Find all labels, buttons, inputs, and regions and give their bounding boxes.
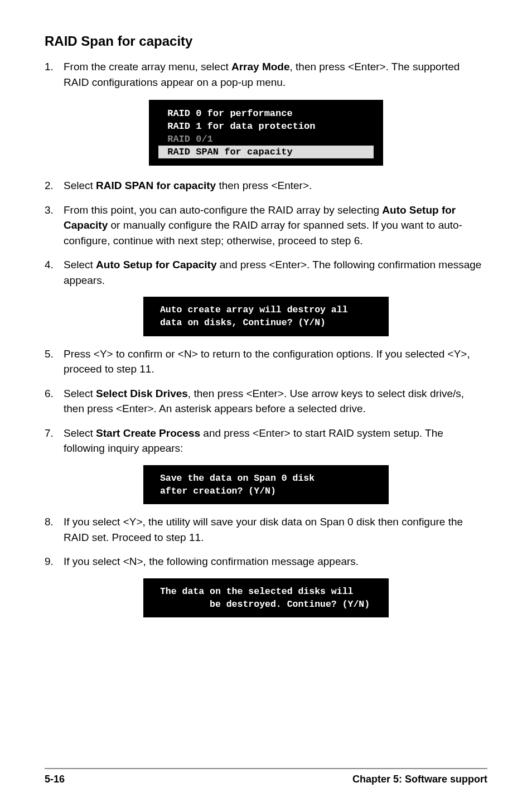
step-body: From the create array menu, select Array… bbox=[64, 59, 487, 90]
menu-line-selected: RAID SPAN for capacity bbox=[158, 146, 374, 158]
step-item: 9. If you select <N>, the following conf… bbox=[45, 554, 487, 569]
step-body: Press <Y> to confirm or <N> to return to… bbox=[64, 346, 487, 377]
step-item: 2. Select RAID SPAN for capacity then pr… bbox=[45, 178, 487, 194]
step-body: Select RAID SPAN for capacity then press… bbox=[64, 178, 487, 194]
step-number: 9. bbox=[45, 554, 64, 569]
step-body: Select Auto Setup for Capacity and press… bbox=[64, 257, 487, 288]
confirmation-box-destroy: The data on the selected disks will be d… bbox=[143, 578, 389, 617]
step-body: If you select <Y>, the utility will save… bbox=[64, 514, 487, 545]
step-number: 6. bbox=[45, 386, 64, 417]
step-number: 1. bbox=[45, 59, 64, 90]
menu-line: RAID 1 for data protection bbox=[158, 120, 374, 133]
step-item: 8. If you select <Y>, the utility will s… bbox=[45, 514, 487, 545]
step-body: Select Select Disk Drives, then press <E… bbox=[64, 386, 487, 417]
step-item: 1. From the create array menu, select Ar… bbox=[45, 59, 487, 90]
step-body: If you select <N>, the following confirm… bbox=[64, 554, 487, 569]
menu-line: RAID 0 for performance bbox=[158, 107, 374, 120]
steps-list: 8. If you select <Y>, the utility will s… bbox=[45, 514, 487, 569]
step-item: 4. Select Auto Setup for Capacity and pr… bbox=[45, 257, 487, 288]
step-item: 3. From this point, you can auto-configu… bbox=[45, 202, 487, 249]
confirmation-box-save-span: Save the data on Span 0 disk after creat… bbox=[143, 465, 389, 504]
confirmation-box-auto-create: Auto create array will destroy all data … bbox=[143, 297, 389, 336]
footer-divider bbox=[45, 768, 487, 769]
step-number: 2. bbox=[45, 178, 64, 194]
steps-list: 5. Press <Y> to confirm or <N> to return… bbox=[45, 346, 487, 456]
menu-line-dim: RAID 0/1 bbox=[158, 133, 374, 146]
chapter-title: Chapter 5: Software support bbox=[352, 774, 487, 785]
page-footer: 5-16 Chapter 5: Software support bbox=[45, 774, 487, 785]
section-heading: RAID Span for capacity bbox=[45, 33, 487, 49]
steps-list: 1. From the create array menu, select Ar… bbox=[45, 59, 487, 90]
step-number: 4. bbox=[45, 257, 64, 288]
step-item: 6. Select Select Disk Drives, then press… bbox=[45, 386, 487, 417]
step-body: From this point, you can auto-configure … bbox=[64, 202, 487, 249]
step-item: 5. Press <Y> to confirm or <N> to return… bbox=[45, 346, 487, 377]
raid-mode-menu: RAID 0 for performance RAID 1 for data p… bbox=[149, 100, 383, 166]
step-number: 5. bbox=[45, 346, 64, 377]
step-number: 8. bbox=[45, 514, 64, 545]
steps-list: 2. Select RAID SPAN for capacity then pr… bbox=[45, 178, 487, 288]
step-number: 7. bbox=[45, 426, 64, 456]
page-number: 5-16 bbox=[45, 774, 65, 785]
step-number: 3. bbox=[45, 202, 64, 249]
step-body: Select Start Create Process and press <E… bbox=[64, 426, 487, 456]
step-item: 7. Select Start Create Process and press… bbox=[45, 426, 487, 456]
